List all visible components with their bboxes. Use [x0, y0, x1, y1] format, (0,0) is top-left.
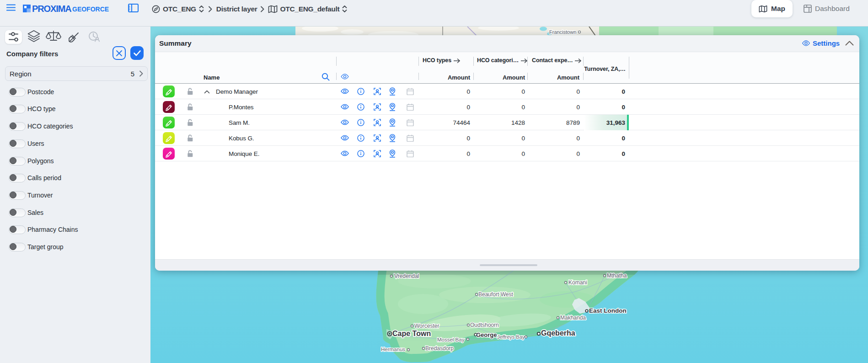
svg-text:Bredasdorp: Bredasdorp: [425, 345, 454, 352]
svg-text:George: George: [476, 331, 497, 338]
svg-text:Francistown: Francistown: [549, 29, 576, 35]
svg-text:Makhanda: Makhanda: [560, 315, 586, 321]
svg-text:East London: East London: [589, 307, 627, 314]
svg-text:Komani: Komani: [568, 279, 587, 286]
svg-text:Mossel Bay: Mossel Bay: [437, 337, 465, 342]
svg-text:Oudtshoorn: Oudtshoorn: [470, 322, 499, 328]
svg-text:Worcester: Worcester: [414, 323, 439, 329]
svg-text:Hermanus: Hermanus: [381, 347, 405, 352]
svg-text:Gqeberha: Gqeberha: [541, 329, 575, 337]
svg-text:Mthatha: Mthatha: [607, 272, 627, 279]
svg-text:Beaufort West: Beaufort West: [478, 291, 513, 298]
svg-text:Vredendal: Vredendal: [394, 273, 419, 279]
svg-text:Jeffreys Bay: Jeffreys Bay: [497, 334, 525, 340]
svg-text:Cape Town: Cape Town: [392, 330, 431, 337]
